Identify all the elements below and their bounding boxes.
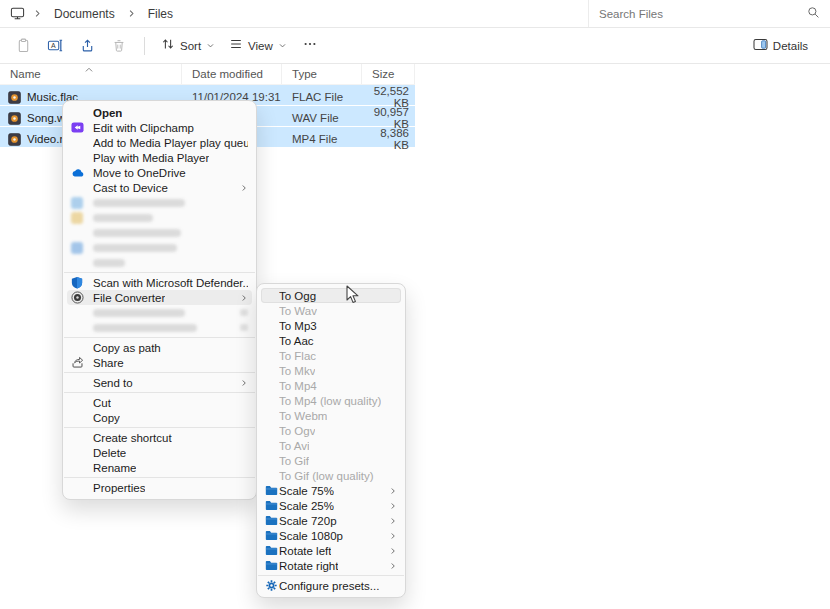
- converter-submenu-item-to-mkv[interactable]: To Mkv: [261, 363, 401, 378]
- search-input[interactable]: [599, 8, 807, 20]
- context-menu-item-delete[interactable]: Delete: [67, 445, 252, 460]
- svg-text:A: A: [51, 42, 56, 49]
- context-menu-item-redacted: [67, 225, 252, 240]
- rename-button[interactable]: A: [40, 32, 70, 60]
- paste-button[interactable]: [8, 32, 38, 60]
- column-header-size[interactable]: Size: [362, 64, 415, 84]
- context-menu-item-copy[interactable]: Copy: [67, 410, 252, 425]
- context-menu-item-create-shortcut[interactable]: Create shortcut: [67, 430, 252, 445]
- context-menu-item-cast-to-device[interactable]: Cast to Device: [67, 180, 252, 195]
- context-menu-item-rename[interactable]: Rename: [67, 460, 252, 475]
- more-options-button[interactable]: [295, 32, 325, 60]
- context-menu-item-move-to-onedrive[interactable]: Move to OneDrive: [67, 165, 252, 180]
- redacted-label: [93, 324, 197, 332]
- submenu-arrow-icon: [240, 293, 248, 303]
- search-icon: [807, 6, 820, 22]
- converter-submenu-item-to-mp3[interactable]: To Mp3: [261, 318, 401, 333]
- this-pc-icon[interactable]: [10, 6, 25, 21]
- context-menu-item-copy-as-path[interactable]: Copy as path: [67, 340, 252, 355]
- converter-submenu-item-to-ogg[interactable]: To Ogg: [261, 288, 401, 303]
- submenu-arrow-icon: [240, 378, 248, 388]
- converter-submenu-item-to-ogv[interactable]: To Ogv: [261, 423, 401, 438]
- delete-button[interactable]: [104, 32, 134, 60]
- submenu-arrow-icon: [240, 183, 248, 193]
- context-menu-item-label: Send to: [93, 377, 133, 389]
- converter-submenu-item-scale-75[interactable]: Scale 75%: [261, 483, 401, 498]
- submenu-arrow-icon: [389, 531, 397, 541]
- context-menu-item-label: Copy as path: [93, 342, 161, 354]
- chevron-right-icon: [33, 9, 42, 18]
- converter-submenu-separator: [258, 575, 404, 576]
- column-header-date-modified[interactable]: Date modified: [182, 64, 282, 84]
- redacted-label: [93, 309, 185, 317]
- context-menu-item-redacted: [67, 240, 252, 255]
- redacted-icon: [71, 197, 83, 209]
- submenu-arrow-icon: [389, 516, 397, 526]
- breadcrumb-documents[interactable]: Documents: [50, 5, 119, 23]
- column-headers: NameDate modifiedTypeSize: [0, 64, 415, 85]
- file-type: WAV File: [282, 112, 362, 124]
- converter-submenu-item-to-wav[interactable]: To Wav: [261, 303, 401, 318]
- sort-button[interactable]: Sort: [155, 32, 221, 60]
- converter-submenu-item-rotate-left[interactable]: Rotate left: [261, 543, 401, 558]
- context-menu-item-add-to-media-player-play-queue[interactable]: Add to Media Player play queue: [67, 135, 252, 150]
- search-box: [588, 0, 830, 27]
- converter-submenu-item-scale-720p[interactable]: Scale 720p: [261, 513, 401, 528]
- converter-submenu-item-label: Scale 720p: [279, 515, 337, 527]
- redacted-label: [93, 199, 185, 207]
- details-button[interactable]: Details: [747, 32, 814, 60]
- converter-submenu-item-to-mp4[interactable]: To Mp4: [261, 378, 401, 393]
- converter-submenu-item-rotate-right[interactable]: Rotate right: [261, 558, 401, 573]
- context-menu-item-redacted: [67, 305, 252, 320]
- converter-submenu-item-to-mp4-low-quality[interactable]: To Mp4 (low quality): [261, 393, 401, 408]
- context-menu-item-play-with-media-player[interactable]: Play with Media Player: [67, 150, 252, 165]
- context-menu-item-share[interactable]: Share: [67, 355, 252, 370]
- converter-submenu-item-scale-1080p[interactable]: Scale 1080p: [261, 528, 401, 543]
- submenu-arrow-icon: [389, 546, 397, 556]
- context-menu-item-label: Cast to Device: [93, 182, 168, 194]
- converter-submenu-item-to-webm[interactable]: To Webm: [261, 408, 401, 423]
- clipchamp-icon: [71, 121, 93, 134]
- context-menu-item-label: Properties: [93, 482, 145, 494]
- context-menu-item-label: Cut: [93, 397, 111, 409]
- context-menu-item-file-converter[interactable]: File Converter: [67, 290, 252, 305]
- redacted-icon: [71, 242, 83, 254]
- paste-icon: [16, 38, 31, 53]
- breadcrumb-files[interactable]: Files: [144, 5, 177, 23]
- chevron-right-icon: [127, 9, 136, 18]
- context-menu-item-send-to[interactable]: Send to: [67, 375, 252, 390]
- converter-submenu-item-to-flac[interactable]: To Flac: [261, 348, 401, 363]
- context-menu-item-label: File Converter: [93, 292, 165, 304]
- context-menu-item-properties[interactable]: Properties: [67, 480, 252, 495]
- context-menu-item-open[interactable]: Open: [67, 105, 252, 120]
- details-pane-icon: [753, 38, 768, 54]
- details-label: Details: [773, 40, 808, 52]
- converter-submenu-item-to-gif[interactable]: To Gif: [261, 453, 401, 468]
- converter-submenu-item-configure-presets[interactable]: Configure presets...: [261, 578, 401, 593]
- context-menu-item-cut[interactable]: Cut: [67, 395, 252, 410]
- media-file-icon: [8, 133, 21, 146]
- column-header-type[interactable]: Type: [282, 64, 362, 84]
- submenu-arrow-icon: [389, 486, 397, 496]
- submenu-arrow-icon: [389, 561, 397, 571]
- folder-icon: [265, 485, 279, 496]
- context-menu-item-edit-with-clipchamp[interactable]: Edit with Clipchamp: [67, 120, 252, 135]
- converter-submenu-item-to-avi[interactable]: To Avi: [261, 438, 401, 453]
- media-file-icon: [8, 112, 21, 125]
- converter-submenu-item-scale-25[interactable]: Scale 25%: [261, 498, 401, 513]
- share-button[interactable]: [72, 32, 102, 60]
- context-menu-item-label: Open: [93, 107, 122, 119]
- converter-submenu-item-label: To Wav: [279, 305, 317, 317]
- context-menu-item-scan-with-microsoft-defender[interactable]: Scan with Microsoft Defender...: [67, 275, 252, 290]
- view-button[interactable]: View: [223, 32, 293, 60]
- more-icon: [303, 37, 317, 54]
- redacted-submenu-arrow: [240, 324, 248, 331]
- converter-submenu-item-label: Scale 25%: [279, 500, 334, 512]
- converter-submenu-item-to-aac[interactable]: To Aac: [261, 333, 401, 348]
- converter-submenu-item-to-gif-low-quality[interactable]: To Gif (low quality): [261, 468, 401, 483]
- media-file-icon: [8, 91, 21, 104]
- context-menu-item-redacted: [67, 255, 252, 270]
- context-menu-separator: [64, 427, 255, 428]
- folder-icon: [265, 515, 279, 526]
- context-menu-separator: [64, 392, 255, 393]
